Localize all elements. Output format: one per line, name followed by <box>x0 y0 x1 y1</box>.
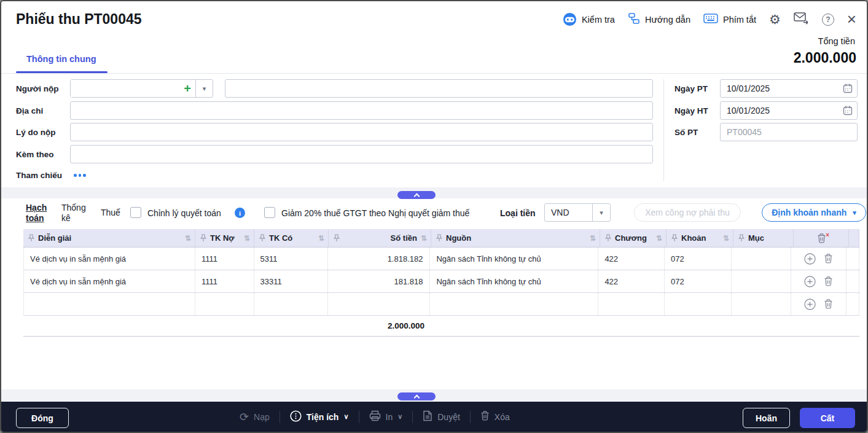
utilities-icon <box>290 410 302 424</box>
chevron-down-icon: ∨ <box>343 413 348 421</box>
pin-icon <box>671 234 678 242</box>
reference-ellipsis-icon[interactable] <box>74 174 86 177</box>
add-row-icon[interactable] <box>804 298 816 310</box>
shortcut-button[interactable]: Phím tắt <box>703 14 756 26</box>
approve-button[interactable]: Duyệt <box>423 410 460 423</box>
cell-chapter[interactable]: 422 <box>598 270 665 292</box>
collapse-bottom-button[interactable] <box>397 392 436 400</box>
column-header-subitem[interactable]: Mục <box>733 229 794 247</box>
quick-entry-button[interactable]: Định khoản nhanh ▾ <box>762 203 866 222</box>
settings-gear-icon[interactable]: ⚙ <box>769 13 781 26</box>
cell-credit[interactable]: 33311 <box>254 270 329 292</box>
payer-name-input[interactable] <box>225 79 653 98</box>
collapse-top-button[interactable] <box>397 191 436 199</box>
form-vertical-divider <box>663 79 664 181</box>
delete-row-icon[interactable] <box>824 299 833 309</box>
payer-input[interactable] <box>71 80 179 97</box>
cell-chapter[interactable] <box>598 293 665 315</box>
sort-icon[interactable]: ⇅ <box>590 234 596 243</box>
column-header-chapter[interactable]: Chương ⇅ <box>600 229 667 247</box>
cell-chapter[interactable]: 422 <box>598 248 665 270</box>
currency-select[interactable]: VND ▾ <box>544 203 611 222</box>
cell-amount[interactable]: 181.818 <box>328 270 430 292</box>
tab-general-info[interactable]: Thông tin chung <box>26 54 96 64</box>
cell-debit[interactable]: 1111 <box>195 248 254 270</box>
voucher-number-input[interactable] <box>720 123 858 141</box>
cell-subitem[interactable] <box>732 270 792 292</box>
table-header-row: Diễn giải ⇅ TK Nợ ⇅ TK Có ⇅ Số tiền ⇅ Ng… <box>23 229 859 248</box>
cell-clipped <box>846 270 859 292</box>
table-row[interactable] <box>23 293 859 316</box>
sort-icon[interactable]: ⇅ <box>244 234 250 243</box>
cell-item[interactable] <box>665 293 732 315</box>
table-row[interactable]: Vé dịch vụ in sẵn mệnh giá 1111 5311 1.8… <box>23 248 859 270</box>
sort-icon[interactable]: ⇅ <box>656 234 662 243</box>
cell-subitem[interactable] <box>732 248 792 270</box>
cell-subitem[interactable] <box>732 293 792 315</box>
date-ht-input[interactable] <box>720 101 858 120</box>
view-receivables-button[interactable]: Xem công nợ phải thu <box>634 203 741 222</box>
sort-icon[interactable]: ⇅ <box>421 234 427 243</box>
column-header-item[interactable]: Khoản ⇅ <box>667 229 733 247</box>
print-button[interactable]: In ∨ <box>369 410 403 423</box>
attachment-input[interactable] <box>70 145 653 163</box>
sort-icon[interactable]: ⇅ <box>318 234 324 243</box>
utilities-button[interactable]: Tiện ích ∨ <box>290 410 349 424</box>
cell-credit[interactable] <box>254 293 329 315</box>
postpone-button[interactable]: Hoãn <box>743 408 790 428</box>
column-header-description[interactable]: Diễn giải ⇅ <box>23 229 195 247</box>
delete-row-icon[interactable] <box>824 276 833 286</box>
cell-amount[interactable]: 1.818.182 <box>328 248 430 270</box>
cell-debit[interactable]: 1111 <box>195 270 254 292</box>
column-header-amount[interactable]: Số tiền ⇅ <box>329 229 431 247</box>
tab-accounting[interactable]: Hạch toán <box>26 203 47 224</box>
table-row[interactable]: Vé dịch vụ in sẵn mệnh giá 1111 33311 18… <box>23 270 859 293</box>
cell-source[interactable]: Ngân sách Tỉnh không tự chủ <box>430 248 598 270</box>
delete-all-rows-icon[interactable]: × <box>817 233 826 243</box>
cell-description[interactable]: Vé dịch vụ in sẵn mệnh giá <box>24 270 195 292</box>
add-row-icon[interactable] <box>804 276 816 287</box>
sort-icon[interactable]: ⇅ <box>185 234 191 243</box>
feedback-mail-icon[interactable] <box>794 12 809 27</box>
cell-description[interactable]: Vé dịch vụ in sẵn mệnh giá <box>24 248 195 270</box>
date-pt-input[interactable] <box>720 79 858 98</box>
check-label: Kiểm tra <box>582 15 615 25</box>
close-button[interactable]: Đóng <box>16 408 69 428</box>
help-icon[interactable]: ? <box>822 14 834 26</box>
tab-active-underline <box>16 71 108 73</box>
document-icon <box>423 410 432 423</box>
cell-source[interactable] <box>430 293 598 315</box>
cell-credit[interactable]: 5311 <box>254 248 329 270</box>
delete-button[interactable]: Xóa <box>480 411 510 423</box>
total-amount-label: Tổng tiền <box>818 36 855 46</box>
cell-item[interactable]: 072 <box>665 248 732 270</box>
cell-debit[interactable] <box>195 293 254 315</box>
reload-button[interactable]: ⟳ Nạp <box>240 412 270 423</box>
tab-tax[interactable]: Thuế <box>101 208 120 218</box>
column-header-source[interactable]: Nguồn ⇅ <box>431 229 600 247</box>
topbar-actions: Kiểm tra Hướng dẫn Phím tắt ⚙ ? × <box>563 12 856 27</box>
guide-button[interactable]: Hướng dẫn <box>628 13 690 26</box>
cell-amount[interactable] <box>328 293 430 315</box>
cell-description[interactable] <box>24 293 195 315</box>
calendar-icon[interactable] <box>843 106 853 118</box>
tab-statistics[interactable]: Thống kê <box>61 203 86 224</box>
cell-source[interactable]: Ngân sách Tỉnh không tự chủ <box>430 270 598 292</box>
column-header-credit[interactable]: TK Có ⇅ <box>254 229 329 247</box>
cell-item[interactable]: 072 <box>665 270 732 292</box>
close-icon[interactable]: × <box>847 13 856 26</box>
save-button[interactable]: Cất <box>800 408 855 428</box>
column-header-debit[interactable]: TK Nợ ⇅ <box>195 229 254 247</box>
vat-reduction-checkbox[interactable] <box>264 207 275 218</box>
info-icon[interactable]: i <box>235 208 245 218</box>
reason-input[interactable] <box>70 123 653 141</box>
address-input[interactable] <box>70 101 653 120</box>
calendar-icon[interactable] <box>843 84 853 96</box>
add-row-icon[interactable] <box>804 253 816 265</box>
sort-icon[interactable]: ⇅ <box>723 234 729 243</box>
delete-row-icon[interactable] <box>824 254 833 263</box>
adjust-settlement-checkbox[interactable] <box>130 207 141 218</box>
check-button[interactable]: Kiểm tra <box>563 12 615 26</box>
add-payer-icon[interactable]: + <box>179 82 195 95</box>
payer-dropdown-caret-icon[interactable]: ▾ <box>195 80 213 97</box>
